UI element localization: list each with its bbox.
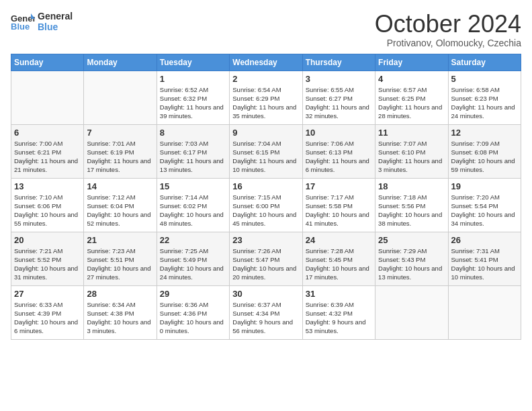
calendar-cell: 6Sunrise: 7:00 AM Sunset: 6:21 PM Daylig… [11,124,84,178]
calendar-cell: 31Sunrise: 6:39 AM Sunset: 4:32 PM Dayli… [302,285,375,339]
day-number: 10 [306,128,372,138]
calendar-cell: 29Sunrise: 6:36 AM Sunset: 4:36 PM Dayli… [157,285,229,339]
calendar-cell: 17Sunrise: 7:17 AM Sunset: 5:58 PM Dayli… [302,178,375,232]
day-number: 26 [451,235,518,245]
day-number: 13 [14,181,81,191]
day-header-friday: Friday [375,54,448,71]
day-info: Sunrise: 7:29 AM Sunset: 5:43 PM Dayligh… [378,246,445,282]
calendar-cell: 30Sunrise: 6:37 AM Sunset: 4:34 PM Dayli… [230,285,302,339]
day-info: Sunrise: 6:58 AM Sunset: 6:23 PM Dayligh… [451,85,518,121]
day-number: 19 [451,181,518,191]
day-number: 2 [232,74,299,84]
day-info: Sunrise: 7:14 AM Sunset: 6:02 PM Dayligh… [160,193,226,228]
day-header-saturday: Saturday [448,54,521,71]
day-header-tuesday: Tuesday [157,54,229,71]
day-info: Sunrise: 6:36 AM Sunset: 4:36 PM Dayligh… [160,300,226,336]
day-number: 3 [306,74,372,84]
day-info: Sunrise: 6:52 AM Sunset: 6:32 PM Dayligh… [160,85,226,121]
day-number: 22 [160,235,226,245]
day-info: Sunrise: 7:15 AM Sunset: 6:00 PM Dayligh… [232,193,299,228]
day-number: 15 [160,181,226,191]
day-info: Sunrise: 7:23 AM Sunset: 5:51 PM Dayligh… [87,246,153,282]
calendar-cell: 8Sunrise: 7:03 AM Sunset: 6:17 PM Daylig… [157,124,229,178]
page-header: General Blue General Blue October 2024 P… [11,11,521,48]
calendar-week-row: 13Sunrise: 7:10 AM Sunset: 6:06 PM Dayli… [11,178,521,232]
day-info: Sunrise: 7:25 AM Sunset: 5:49 PM Dayligh… [160,246,226,282]
calendar-cell: 20Sunrise: 7:21 AM Sunset: 5:52 PM Dayli… [11,232,84,285]
day-number: 18 [378,181,445,191]
calendar-cell: 12Sunrise: 7:09 AM Sunset: 6:08 PM Dayli… [448,124,521,178]
day-number: 1 [160,74,226,84]
day-header-sunday: Sunday [11,54,84,71]
location-subtitle: Protivanov, Olomoucky, Czechia [375,38,521,48]
day-number: 28 [87,289,153,299]
day-number: 9 [232,128,299,138]
day-info: Sunrise: 7:04 AM Sunset: 6:15 PM Dayligh… [232,139,299,175]
day-number: 7 [87,128,153,138]
day-number: 16 [232,181,299,191]
calendar-cell: 2Sunrise: 6:54 AM Sunset: 6:29 PM Daylig… [230,71,302,124]
day-number: 17 [306,181,372,191]
day-info: Sunrise: 6:55 AM Sunset: 6:27 PM Dayligh… [306,85,372,121]
calendar-cell: 14Sunrise: 7:12 AM Sunset: 6:04 PM Dayli… [84,178,157,232]
day-info: Sunrise: 6:37 AM Sunset: 4:34 PM Dayligh… [232,300,299,336]
day-info: Sunrise: 7:28 AM Sunset: 5:45 PM Dayligh… [306,246,372,282]
calendar-cell: 19Sunrise: 7:20 AM Sunset: 5:54 PM Dayli… [448,178,521,232]
calendar-cell: 21Sunrise: 7:23 AM Sunset: 5:51 PM Dayli… [84,232,157,285]
calendar-cell: 10Sunrise: 7:06 AM Sunset: 6:13 PM Dayli… [302,124,375,178]
calendar-cell: 9Sunrise: 7:04 AM Sunset: 6:15 PM Daylig… [230,124,302,178]
day-info: Sunrise: 6:39 AM Sunset: 4:32 PM Dayligh… [306,300,372,336]
day-header-wednesday: Wednesday [230,54,302,71]
day-info: Sunrise: 7:09 AM Sunset: 6:08 PM Dayligh… [451,139,518,175]
day-number: 21 [87,235,153,245]
calendar-cell: 22Sunrise: 7:25 AM Sunset: 5:49 PM Dayli… [157,232,229,285]
day-number: 27 [14,289,81,299]
day-info: Sunrise: 7:06 AM Sunset: 6:13 PM Dayligh… [306,139,372,175]
calendar-cell: 23Sunrise: 7:26 AM Sunset: 5:47 PM Dayli… [230,232,302,285]
calendar-cell: 18Sunrise: 7:18 AM Sunset: 5:56 PM Dayli… [375,178,448,232]
day-info: Sunrise: 6:54 AM Sunset: 6:29 PM Dayligh… [232,85,299,121]
logo-icon: General Blue [11,12,35,31]
day-info: Sunrise: 7:07 AM Sunset: 6:10 PM Dayligh… [378,139,445,175]
calendar-cell: 16Sunrise: 7:15 AM Sunset: 6:00 PM Dayli… [230,178,302,232]
day-header-thursday: Thursday [302,54,375,71]
logo-line1: General [38,11,73,21]
day-info: Sunrise: 7:01 AM Sunset: 6:19 PM Dayligh… [87,139,153,175]
day-info: Sunrise: 7:00 AM Sunset: 6:21 PM Dayligh… [14,139,81,175]
day-number: 25 [378,235,445,245]
calendar-week-row: 20Sunrise: 7:21 AM Sunset: 5:52 PM Dayli… [11,232,521,285]
calendar-cell: 3Sunrise: 6:55 AM Sunset: 6:27 PM Daylig… [302,71,375,124]
day-number: 14 [87,181,153,191]
calendar-table: SundayMondayTuesdayWednesdayThursdayFrid… [11,54,521,340]
calendar-cell [11,71,84,124]
day-info: Sunrise: 7:26 AM Sunset: 5:47 PM Dayligh… [232,246,299,282]
calendar-body: 1Sunrise: 6:52 AM Sunset: 6:32 PM Daylig… [11,71,521,339]
calendar-cell: 5Sunrise: 6:58 AM Sunset: 6:23 PM Daylig… [448,71,521,124]
day-number: 5 [451,74,518,84]
day-number: 11 [378,128,445,138]
logo-line2: Blue [38,21,73,32]
logo: General Blue General Blue [11,11,73,32]
day-number: 31 [306,289,372,299]
calendar-cell: 15Sunrise: 7:14 AM Sunset: 6:02 PM Dayli… [157,178,229,232]
day-info: Sunrise: 6:34 AM Sunset: 4:38 PM Dayligh… [87,300,153,336]
calendar-cell: 7Sunrise: 7:01 AM Sunset: 6:19 PM Daylig… [84,124,157,178]
day-number: 4 [378,74,445,84]
day-number: 12 [451,128,518,138]
day-info: Sunrise: 7:31 AM Sunset: 5:41 PM Dayligh… [451,246,518,282]
day-info: Sunrise: 7:17 AM Sunset: 5:58 PM Dayligh… [306,193,372,228]
calendar-cell: 13Sunrise: 7:10 AM Sunset: 6:06 PM Dayli… [11,178,84,232]
calendar-cell [448,285,521,339]
day-number: 30 [232,289,299,299]
day-number: 20 [14,235,81,245]
calendar-week-row: 27Sunrise: 6:33 AM Sunset: 4:39 PM Dayli… [11,285,521,339]
day-info: Sunrise: 7:20 AM Sunset: 5:54 PM Dayligh… [451,193,518,228]
day-header-monday: Monday [84,54,157,71]
svg-text:Blue: Blue [11,21,30,31]
calendar-header-row: SundayMondayTuesdayWednesdayThursdayFrid… [11,54,521,71]
calendar-week-row: 1Sunrise: 6:52 AM Sunset: 6:32 PM Daylig… [11,71,521,124]
day-number: 24 [306,235,372,245]
day-info: Sunrise: 6:57 AM Sunset: 6:25 PM Dayligh… [378,85,445,121]
calendar-week-row: 6Sunrise: 7:00 AM Sunset: 6:21 PM Daylig… [11,124,521,178]
day-number: 23 [232,235,299,245]
